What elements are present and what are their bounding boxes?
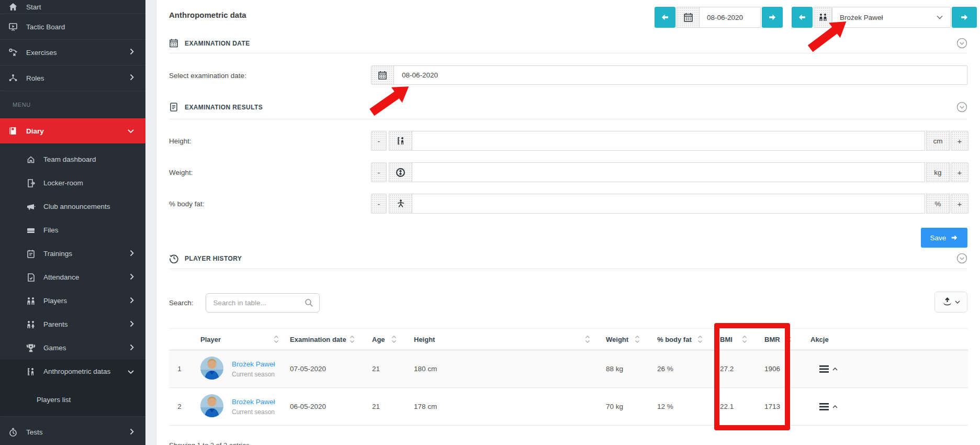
section-title: EXAMINATION DATE bbox=[185, 40, 250, 47]
history-icon bbox=[169, 253, 178, 264]
save-button[interactable]: Save bbox=[921, 228, 967, 248]
column-header-weight[interactable]: Weight bbox=[598, 329, 648, 350]
attendance-icon bbox=[26, 273, 36, 282]
body-fat-unit-label: % bbox=[926, 194, 950, 214]
divider bbox=[169, 269, 967, 269]
search-input[interactable] bbox=[206, 293, 320, 313]
circle-chevron-down-icon bbox=[956, 253, 967, 264]
chevron-up-icon bbox=[832, 405, 838, 408]
weight-minus-button[interactable]: - bbox=[371, 162, 387, 182]
chevron-down-icon bbox=[128, 127, 134, 135]
hamburger-menu-icon bbox=[819, 403, 829, 410]
chevron-down-icon bbox=[128, 368, 134, 375]
height-icon bbox=[389, 131, 412, 151]
players-icon bbox=[26, 296, 36, 306]
previous-date-button[interactable] bbox=[655, 7, 675, 28]
current-date-value[interactable]: 08-06-2020 bbox=[700, 7, 761, 28]
height-input[interactable] bbox=[412, 131, 925, 151]
column-header-bmr[interactable]: BMR bbox=[755, 329, 799, 350]
row-actions-button[interactable] bbox=[819, 403, 838, 410]
sidebar-item-players-list[interactable]: Players list bbox=[0, 383, 145, 416]
previous-player-button[interactable] bbox=[792, 7, 813, 28]
column-header-examination-date[interactable]: Examination date bbox=[287, 329, 363, 350]
sidebar-item-label: Tactic Board bbox=[26, 23, 65, 31]
megaphone-icon bbox=[26, 202, 36, 212]
sidebar-item-attendance[interactable]: Attendance bbox=[0, 265, 145, 289]
height-minus-button[interactable]: - bbox=[371, 131, 387, 151]
bmr-cell: 1713 bbox=[755, 388, 799, 426]
collapse-section-button[interactable] bbox=[956, 253, 967, 264]
sidebar-item-exercises[interactable]: Exercises bbox=[0, 40, 145, 65]
weight-field-row: Weight: - kg + bbox=[169, 162, 967, 182]
age-cell: 21 bbox=[363, 350, 404, 388]
sidebar-item-trainings[interactable]: Trainings bbox=[0, 242, 145, 265]
home-icon bbox=[8, 2, 18, 12]
trophy-icon bbox=[26, 343, 36, 353]
collapse-section-button[interactable] bbox=[956, 38, 967, 49]
height-unit-label: cm bbox=[926, 131, 950, 151]
column-header-rownum bbox=[169, 329, 190, 350]
collapse-section-button[interactable] bbox=[956, 102, 967, 113]
sidebar-item-players[interactable]: Players bbox=[0, 289, 145, 313]
height-plus-button[interactable]: + bbox=[951, 131, 968, 151]
sidebar-item-club-announcements[interactable]: Club announcements bbox=[0, 195, 145, 218]
sidebar-item-start[interactable]: Start bbox=[0, 0, 145, 14]
sidebar-item-tactic-board[interactable]: Tactic Board bbox=[0, 14, 145, 39]
files-icon bbox=[26, 226, 36, 235]
row-number: 1 bbox=[169, 350, 190, 388]
weight-stepper: - kg + bbox=[371, 162, 968, 182]
player-select-value: Brożek Paweł bbox=[840, 14, 883, 21]
column-header-height[interactable]: Height bbox=[404, 329, 598, 350]
export-icon bbox=[942, 297, 952, 307]
player-select[interactable]: Brożek Paweł bbox=[832, 7, 951, 28]
row-actions-button[interactable] bbox=[819, 365, 838, 373]
sidebar-item-files[interactable]: Files bbox=[0, 218, 145, 242]
table-header-row: Player Examination date Age Height Weigh… bbox=[169, 329, 968, 350]
chevron-right-icon bbox=[130, 250, 134, 258]
examination-date-input[interactable] bbox=[394, 66, 967, 84]
weight-plus-button[interactable]: + bbox=[951, 162, 968, 182]
column-header-age[interactable]: Age bbox=[363, 329, 404, 350]
weight-icon bbox=[389, 162, 412, 182]
height-cell: 180 cm bbox=[404, 350, 598, 388]
column-header-bmi[interactable]: BMI bbox=[711, 329, 755, 350]
sidebar-item-tests[interactable]: Tests bbox=[0, 417, 145, 445]
examination-date-cell: 07-05-2020 bbox=[287, 350, 363, 388]
column-header-body-fat[interactable]: % body fat bbox=[648, 329, 711, 350]
weight-cell: 70 kg bbox=[598, 388, 648, 426]
sort-icon bbox=[786, 336, 792, 343]
sidebar-item-parents[interactable]: Parents bbox=[0, 313, 145, 336]
column-header-player[interactable]: Player bbox=[190, 329, 287, 350]
weight-input[interactable] bbox=[412, 162, 925, 182]
arrow-left-icon bbox=[798, 13, 806, 21]
player-name-link[interactable]: Brożek Paweł bbox=[232, 398, 275, 406]
sort-icon bbox=[585, 336, 590, 343]
sidebar-item-locker-room[interactable]: Locker-room bbox=[0, 171, 145, 195]
sidebar-item-label: Trainings bbox=[43, 250, 72, 258]
table-row: 1 Brożek Paweł Current season 07-05-2020… bbox=[169, 350, 968, 388]
sidebar-item-games[interactable]: Games bbox=[0, 336, 145, 360]
player-season: Current season bbox=[232, 371, 275, 378]
body-fat-minus-button[interactable]: - bbox=[371, 194, 387, 214]
parents-icon bbox=[26, 320, 36, 329]
sidebar-item-team-dashboard[interactable]: Team dashboard bbox=[0, 148, 145, 171]
calendar-icon[interactable] bbox=[371, 66, 394, 84]
next-date-button[interactable] bbox=[762, 7, 783, 28]
body-fat-plus-button[interactable]: + bbox=[951, 194, 968, 214]
sidebar-item-roles[interactable]: Roles bbox=[0, 65, 145, 91]
calendar-icon bbox=[677, 7, 700, 28]
sidebar-section-label: MENU bbox=[0, 91, 145, 118]
sidebar-item-anthropometric-datas[interactable]: Anthropometric datas bbox=[0, 360, 145, 383]
players-icon bbox=[814, 7, 832, 28]
player-history-table: Player Examination date Age Height Weigh… bbox=[169, 328, 968, 426]
select-examination-date-label: Select examination date: bbox=[169, 72, 246, 80]
section-title: EXAMINATION RESULTS bbox=[185, 104, 263, 111]
player-name-link[interactable]: Brożek Paweł bbox=[232, 360, 275, 368]
player-history-section-header: PLAYER HISTORY bbox=[169, 252, 967, 265]
sidebar-item-diary[interactable]: Diary bbox=[0, 118, 145, 143]
sidebar-item-label: Start bbox=[26, 3, 41, 11]
export-button[interactable] bbox=[934, 292, 967, 313]
next-player-button[interactable] bbox=[952, 7, 977, 28]
body-fat-input[interactable] bbox=[412, 194, 925, 214]
body-fat-field-row: % body fat: - % + bbox=[169, 194, 967, 214]
